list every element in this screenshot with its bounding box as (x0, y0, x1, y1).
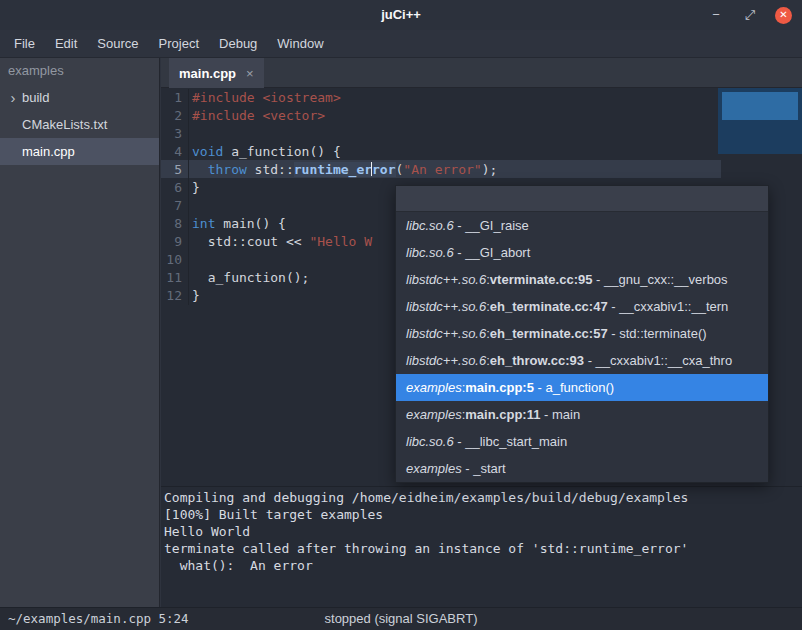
code-token: a_function() { (223, 144, 340, 159)
file-location: main.cpp:5 (465, 380, 534, 395)
stack-frame-item[interactable]: libc.so.6 - __libc_start_main (396, 428, 768, 455)
popup-search-field[interactable] (396, 186, 768, 212)
code-token: ror (372, 162, 395, 177)
sidebar-item-label: main.cpp (22, 138, 75, 165)
library-name: libc.so.6 (406, 218, 454, 233)
menu-item-project[interactable]: Project (149, 30, 209, 57)
code-token: main() { (215, 216, 285, 231)
stack-frame-item[interactable]: examples:main.cpp:11 - main (396, 401, 768, 428)
window-controls: − ⤢ ✕ (707, 0, 792, 30)
stack-frame-item[interactable]: libstdc++.so.6:eh_terminate.cc:47 - __cx… (396, 293, 768, 320)
code-token: } (192, 180, 200, 195)
file-location: vterminate.cc:95 (490, 272, 593, 287)
code-token: runtime_er (294, 162, 372, 177)
stack-frame-item[interactable]: libc.so.6 - __GI_abort (396, 239, 768, 266)
stack-frame-item[interactable]: libstdc++.so.6:eh_terminate.cc:57 - std:… (396, 320, 768, 347)
stack-frame-item[interactable]: libstdc++.so.6:vterminate.cc:95 - __gnu_… (396, 266, 768, 293)
sidebar-item-label: build (22, 84, 49, 111)
menu-item-debug[interactable]: Debug (209, 30, 267, 57)
file-location: eh_terminate.cc:57 (490, 326, 608, 341)
code-token: <vector> (262, 108, 325, 123)
line-number: 7 (161, 197, 188, 215)
code-token: std:: (247, 162, 294, 177)
line-number: 6 (161, 179, 188, 197)
menu-item-source[interactable]: Source (87, 30, 148, 57)
sidebar-item-cmakelists-txt[interactable]: CMakeLists.txt (0, 111, 159, 138)
code-token: "Hello W (309, 234, 372, 249)
titlebar[interactable]: juCi++ − ⤢ ✕ (0, 0, 802, 30)
code-token: void (192, 144, 223, 159)
library-name: libstdc++.so.6 (406, 299, 486, 314)
file-location: eh_throw.cc:93 (490, 353, 584, 368)
file-location: eh_terminate.cc:47 (490, 299, 608, 314)
code-line: void a_function() { (192, 143, 802, 161)
line-number: 10 (161, 251, 188, 269)
frame-function: - main (540, 407, 580, 422)
stack-frame-list: libc.so.6 - __GI_raiselibc.so.6 - __GI_a… (396, 212, 768, 482)
window-title: juCi++ (0, 0, 802, 30)
library-name: libstdc++.so.6 (406, 353, 486, 368)
frame-function: - __GI_abort (454, 245, 531, 260)
frame-function: - std::terminate() (608, 326, 707, 341)
editor-overlay-box-inner (722, 92, 798, 120)
stack-frame-item[interactable]: examples:main.cpp:5 - a_function() (396, 374, 768, 401)
sidebar-item-main-cpp[interactable]: main.cpp (0, 138, 159, 165)
code-token: int (192, 216, 215, 231)
library-name: libc.so.6 (406, 245, 454, 260)
editor-overlay-box (718, 88, 802, 154)
library-name: libc.so.6 (406, 434, 454, 449)
code-token: <iostream> (262, 90, 340, 105)
code-line: throw std::runtime_error("An error"); (192, 161, 802, 179)
console-line: terminate called after throwing an insta… (164, 540, 802, 557)
debug-output-console[interactable]: Compiling and debugging /home/eidheim/ex… (161, 486, 802, 607)
stack-frame-item[interactable]: libc.so.6 - __GI_raise (396, 212, 768, 239)
frame-function: - __GI_raise (454, 218, 529, 233)
frame-function: - a_function() (534, 380, 614, 395)
console-line: [100%] Built target examples (164, 506, 802, 523)
sidebar-item-label: CMakeLists.txt (22, 111, 107, 138)
tabbar: main.cpp× (161, 58, 802, 88)
code-token: #include (192, 108, 255, 123)
tab-close-icon[interactable]: × (246, 66, 254, 81)
chevron-right-icon: › (6, 84, 20, 111)
code-token: } (192, 288, 200, 303)
project-name-header: examples (0, 58, 159, 84)
console-line: what(): An error (164, 557, 802, 574)
line-number: 8 (161, 215, 188, 233)
minimize-button-icon[interactable]: − (707, 6, 725, 24)
frame-function: - _start (462, 461, 506, 476)
code-line (192, 125, 802, 143)
frame-function: - __gnu_cxx::__verbos (592, 272, 727, 287)
sidebar-item-build[interactable]: ›build (0, 84, 159, 111)
line-number: 5 (161, 161, 188, 179)
code-token: std::cout << (192, 234, 309, 249)
menu-item-file[interactable]: File (4, 30, 45, 57)
frame-function: - __cxxabiv1::__tern (608, 299, 729, 314)
code-token: a_function(); (192, 270, 309, 285)
menubar: FileEditSourceProjectDebugWindow (0, 30, 802, 58)
code-token (192, 162, 208, 177)
code-token: throw (208, 162, 247, 177)
debug-status-text: stopped (signal SIGABRT) (0, 608, 802, 630)
line-number: 12 (161, 287, 188, 305)
line-number: 2 (161, 107, 188, 125)
close-button-icon[interactable]: ✕ (775, 7, 792, 24)
menu-item-window[interactable]: Window (267, 30, 333, 57)
code-line: #include <iostream> (192, 89, 802, 107)
file-tree-sidebar: examples ›buildCMakeLists.txtmain.cpp (0, 58, 160, 607)
console-line: Compiling and debugging /home/eidheim/ex… (164, 489, 802, 506)
library-name: examples (406, 380, 462, 395)
library-name: examples (406, 461, 462, 476)
stack-frame-item[interactable]: libstdc++.so.6:eh_throw.cc:93 - __cxxabi… (396, 347, 768, 374)
maximize-button-icon[interactable]: ⤢ (741, 6, 759, 24)
library-name: libstdc++.so.6 (406, 326, 486, 341)
line-number: 3 (161, 125, 188, 143)
line-number-gutter[interactable]: 123456789101112 (161, 89, 189, 305)
statusbar: ~/examples/main.cpp 5:24 stopped (signal… (0, 607, 802, 630)
line-number: 4 (161, 143, 188, 161)
tab-main-cpp[interactable]: main.cpp× (169, 58, 264, 88)
menu-item-edit[interactable]: Edit (45, 30, 87, 57)
line-number: 11 (161, 269, 188, 287)
library-name: examples (406, 407, 462, 422)
stack-frame-item[interactable]: examples - _start (396, 455, 768, 482)
